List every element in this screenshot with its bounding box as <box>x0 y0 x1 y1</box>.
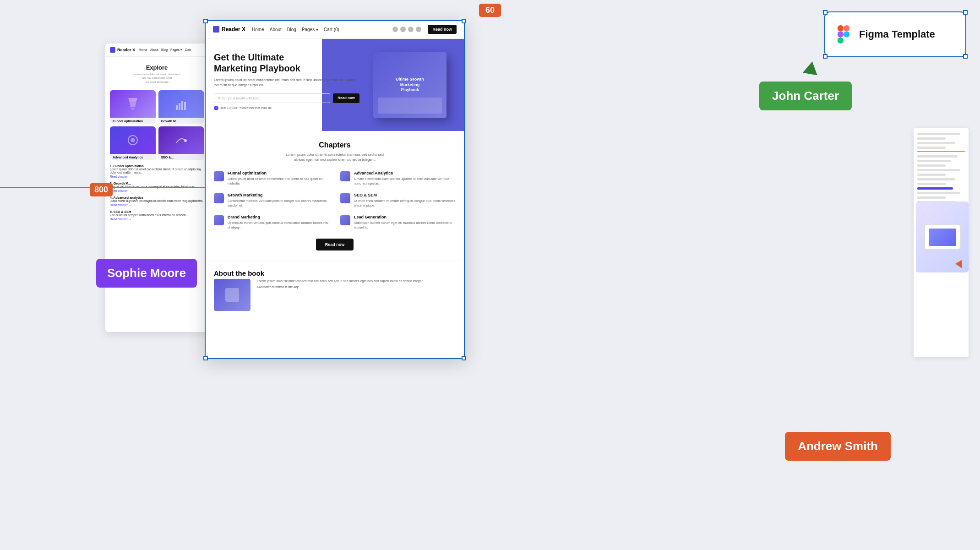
mini-logo-icon <box>110 47 115 53</box>
hero-left: Get the UltimateMarketing Playbook Lorem… <box>214 52 364 110</box>
chapter-icon-1 <box>214 171 224 181</box>
explore-title: Explore <box>110 64 204 71</box>
svg-rect-8 <box>176 105 178 110</box>
cursor-red <box>955 260 965 270</box>
chapter-text-6: Sollicitudin laoreet rutrum eget elit ta… <box>354 221 456 230</box>
chapter-name-1: Funnel optimization <box>228 171 329 175</box>
mini-logo: Reader X <box>110 47 135 53</box>
svg-rect-1 <box>844 25 849 31</box>
handle-br <box>963 54 968 59</box>
measurement-badge-60: 60 <box>479 4 501 17</box>
mini-card-3: Advanced Analytics <box>110 126 156 160</box>
hero-desc: Lorem ipsum dolor sit amet consectetur o… <box>214 77 359 88</box>
chapter-item-1: Funnel optimization Lorem ipsum dolor si… <box>214 171 329 186</box>
hero-title: Get the UltimateMarketing Playbook <box>214 52 359 74</box>
handle-tl <box>823 10 828 15</box>
svg-rect-2 <box>838 31 844 37</box>
mini-card-2: Growth M... <box>158 90 204 124</box>
handle-bl <box>823 54 828 59</box>
mini-nav-links: Home About Blog Pages ▾ Cart <box>139 48 191 52</box>
chapter-text-4: Ut enim enim habitant imperdiet effringi… <box>354 199 456 208</box>
chapter-text-3: Consectetur molestie vulputate porttitor… <box>228 199 329 208</box>
mini-card-label-2: Growth M... <box>158 118 204 124</box>
social-yt <box>408 27 414 32</box>
chapter-text-5: Ut enim ad minim veniam, quis nostrud ex… <box>228 221 329 230</box>
svg-marker-6 <box>130 103 136 107</box>
svg-point-14 <box>184 139 187 142</box>
book-3d: Ultime GrowthMarketingPlaybook <box>373 52 446 118</box>
measurement-badge-800: 800 <box>90 183 113 196</box>
mini-card-img-3 <box>110 126 156 154</box>
mini-card-grid: Funnel optimization Growth M... Advanced… <box>105 87 208 163</box>
handle-tr <box>963 10 968 15</box>
mini-card-img-2 <box>158 90 204 118</box>
about-section: About the book Lorem ipsum dolor sit ame… <box>205 261 465 319</box>
social-tw <box>400 27 406 32</box>
hero-email-input[interactable]: Enter your email address... <box>214 93 330 103</box>
chapter-item-3: Growth Marketing Consectetur molestie vu… <box>214 193 329 208</box>
hero-trust: ✓ Join 10,000+ marketers that trust us <box>214 106 359 110</box>
mini-chapter-4: 4. Advanced analytics Justo morbi dignis… <box>105 194 208 208</box>
mini-card-label-3: Advanced Analytics <box>110 154 156 160</box>
chapters-section: Chapters Lorem ipsum dolor sit amet cons… <box>205 131 465 261</box>
trust-text: Join 10,000+ marketers that trust us <box>220 106 272 109</box>
nav-home[interactable]: Home <box>252 27 264 32</box>
chapter-name-6: Lead Generation <box>354 215 456 219</box>
nav-logo: Reader X <box>213 26 245 33</box>
bg-page-right-bottom <box>916 201 969 272</box>
about-text: Lorem ipsum dolor sit amet consectetur o… <box>257 279 423 284</box>
main-nav: Reader X Home About Blog Pages ▾ Cart (0… <box>205 20 465 39</box>
andrew-smith-badge: Andrew Smith <box>785 432 891 461</box>
chapter-icon-6 <box>340 215 350 225</box>
mini-card-label-4: SEO &... <box>158 154 204 160</box>
mini-chapter-5: 5. SEO & SEM Lacus iaculis semper Justo … <box>105 208 208 223</box>
chapter-content-4: SEO & SEM Ut enim enim habitant imperdie… <box>354 193 456 208</box>
chapter-name-4: SEO & SEM <box>354 193 456 197</box>
about-content: Lorem ipsum dolor sit amet consectetur o… <box>214 279 456 311</box>
chapter-icon-4 <box>340 193 350 203</box>
sophie-moore-badge: Sophie Moore <box>96 259 197 288</box>
chapter-name-2: Advanced Analytics <box>354 171 456 175</box>
hero-input-row: Enter your email address... Read now <box>214 93 359 103</box>
nav-about[interactable]: About <box>270 27 282 32</box>
chapter-text-1: Lorem ipsum dolor sit amet consectetur o… <box>228 177 329 186</box>
hero-section: Get the UltimateMarketing Playbook Lorem… <box>205 39 465 131</box>
svg-rect-10 <box>181 101 183 110</box>
nav-logo-icon <box>213 26 219 33</box>
chapter-content-6: Lead Generation Sollicitudin laoreet rut… <box>354 215 456 230</box>
figma-template-box[interactable]: Figma Template <box>824 11 966 57</box>
svg-point-13 <box>131 138 135 142</box>
trust-icon: ✓ <box>214 106 218 110</box>
nav-blog[interactable]: Blog <box>287 27 296 32</box>
book-text: Ultime GrowthMarketingPlaybook <box>391 72 429 98</box>
chapter-icon-5 <box>214 215 224 225</box>
nav-cart[interactable]: Cart (0) <box>324 27 339 32</box>
hero-read-btn[interactable]: Read now <box>333 93 359 103</box>
main-page: Reader X Home About Blog Pages ▾ Cart (0… <box>205 20 465 359</box>
svg-marker-5 <box>128 98 137 103</box>
svg-rect-0 <box>838 25 844 31</box>
figma-icon <box>834 25 853 44</box>
chapter-icon-3 <box>214 193 224 203</box>
nav-links[interactable]: Home About Blog Pages ▾ Cart (0) <box>252 27 339 32</box>
svg-point-4 <box>844 31 849 37</box>
chapter-content-3: Growth Marketing Consectetur molestie vu… <box>228 193 329 208</box>
nav-pages[interactable]: Pages ▾ <box>302 27 318 32</box>
social-in <box>416 27 421 32</box>
chapter-name-5: Brand Marketing <box>228 215 329 219</box>
nav-logo-text: Reader X <box>222 26 245 33</box>
chapter-text-2: Ornare elementum diam sed dui ulputate u… <box>354 177 456 186</box>
book-chart <box>378 98 442 114</box>
mini-card-1: Funnel optimization <box>110 90 156 124</box>
chapter-item-5: Brand Marketing Ut enim ad minim veniam,… <box>214 215 329 230</box>
nav-cta-btn[interactable]: Read now <box>428 25 457 34</box>
mini-card-4: SEO &... <box>158 126 204 160</box>
mini-card-label-1: Funnel optimization <box>110 118 156 124</box>
chapter-content-5: Brand Marketing Ut enim ad minim veniam,… <box>228 215 329 230</box>
about-book-cover <box>214 279 250 311</box>
chapters-cta-btn[interactable]: Read now <box>316 239 354 250</box>
chapters-desc: Lorem ipsum dolor sit amet consectetur o… <box>214 152 456 163</box>
explore-sub: Lorem ipsum dolor sit amet consecteturor… <box>110 72 204 84</box>
mini-card-img-4 <box>158 126 204 154</box>
chapters-title: Chapters <box>214 141 456 149</box>
